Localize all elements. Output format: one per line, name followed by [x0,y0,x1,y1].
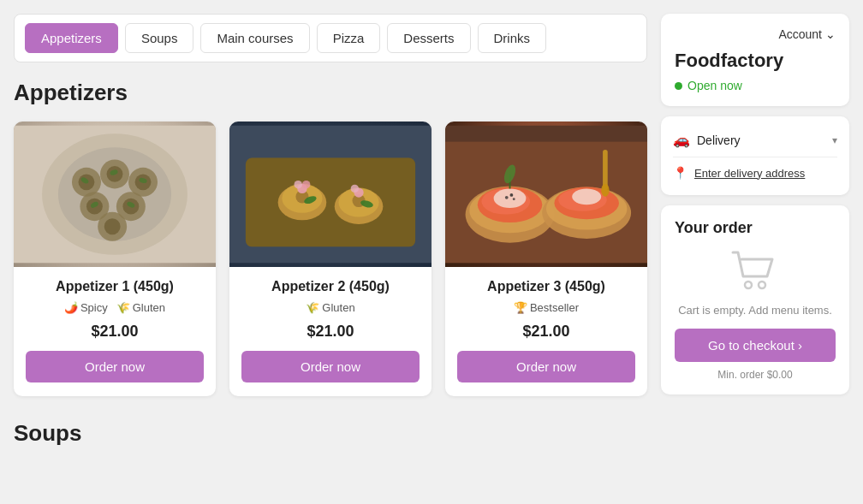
svg-point-54 [513,198,515,200]
tag-spicy: 🌶️ Spicy [64,301,108,314]
min-order-text: Min. order $0.00 [675,369,836,381]
checkout-button[interactable]: Go to checkout › [675,329,836,362]
appetizer-3-body: Appetizer 3 (450g) 🏆 Bestseller $21.00 O… [445,267,647,396]
svg-point-53 [505,196,509,199]
your-order-title: Your order [675,219,836,237]
appetizer-3-order-button[interactable]: Order now [457,351,635,382]
svg-point-27 [295,181,302,188]
cart-icon [729,249,781,294]
account-chevron-icon: ⌄ [825,27,836,41]
tab-appetizers[interactable]: Appetizers [25,23,118,53]
tag-gluten: 🌾 Gluten [116,301,165,314]
svg-point-51 [601,184,609,197]
restaurant-info-card: Account ⌄ Foodfactory Open now [661,14,849,106]
open-status-label: Open now [687,79,742,92]
category-nav: Appetizers Soups Main courses Pizza Dess… [14,14,647,62]
gluten-icon-2: 🌾 [306,301,319,314]
appetizer-1-name: Appetizer 1 (450g) [26,279,204,294]
tag-bestseller-label: Bestseller [530,301,579,314]
tab-drinks[interactable]: Drinks [478,23,547,53]
account-label: Account [778,27,822,41]
tag-spicy-label: Spicy [80,301,108,314]
svg-point-14 [104,218,121,234]
restaurant-name: Foodfactory [675,50,836,72]
cart-empty-text: Cart is empty. Add menu items. [675,304,836,317]
sidebar: Account ⌄ Foodfactory Open now 🚗 Deliver… [661,14,849,447]
svg-point-28 [302,181,310,188]
address-row: 📍 Enter delivery address [673,161,837,185]
tab-main-courses[interactable]: Main courses [200,23,309,53]
tag-gluten-2: 🌾 Gluten [306,301,354,314]
delivery-card: 🚗 Delivery ▾ 📍 Enter delivery address [661,116,849,195]
open-status-dot [675,82,682,90]
appetizer-2-body: Appetizer 2 (450g) 🌾 Gluten $21.00 Order… [229,267,432,396]
appetizer-3-name: Appetizer 3 (450g) [457,279,635,294]
appetizer-card-1: Appetizer 1 (450g) 🌶️ Spicy 🌾 Gluten $21… [14,122,216,396]
delivery-label: Delivery [697,133,825,147]
dropdown-chevron-icon: ▾ [832,134,837,146]
svg-point-56 [759,282,765,288]
appetizer-1-image [14,122,216,267]
svg-rect-22 [246,158,415,247]
tag-gluten-2-label: Gluten [322,301,354,314]
account-menu[interactable]: Account ⌄ [675,27,836,41]
appetizer-card-2: Appetizer 2 (450g) 🌾 Gluten $21.00 Order… [229,122,432,396]
svg-point-49 [572,188,601,205]
appetizer-2-name: Appetizer 2 (450g) [241,279,420,294]
svg-point-33 [351,185,359,193]
tag-gluten-label: Gluten [133,301,165,314]
appetizer-1-order-button[interactable]: Order now [26,351,204,382]
svg-point-42 [494,188,527,208]
spicy-icon: 🌶️ [64,301,78,314]
appetizer-2-price: $21.00 [241,323,420,341]
main-content: Appetizers Soups Main courses Pizza Dess… [14,14,647,447]
tab-desserts[interactable]: Desserts [387,23,470,53]
appetizer-3-image [445,122,647,267]
tab-pizza[interactable]: Pizza [317,23,381,53]
delivery-selector[interactable]: 🚗 Delivery ▾ [673,127,837,153]
open-status: Open now [675,79,836,92]
cart-icon-wrapper [675,249,836,294]
appetizer-3-price: $21.00 [457,323,635,341]
tag-bestseller: 🏆 Bestseller [514,301,579,314]
appetizer-1-body: Appetizer 1 (450g) 🌶️ Spicy 🌾 Gluten $21… [14,267,216,396]
appetizer-3-tags: 🏆 Bestseller [457,301,635,314]
soups-section-title: Soups [14,420,647,447]
delivery-address-button[interactable]: Enter delivery address [694,167,805,180]
gluten-icon: 🌾 [116,301,130,314]
appetizers-section-title: Appetizers [14,80,647,106]
pin-icon: 📍 [673,166,687,180]
appetizer-1-price: $21.00 [26,323,204,341]
divider [673,157,837,157]
appetizer-1-tags: 🌶️ Spicy 🌾 Gluten [26,301,204,314]
appetizer-2-tags: 🌾 Gluten [241,301,420,314]
svg-point-52 [510,193,514,197]
appetizer-card-3: Appetizer 3 (450g) 🏆 Bestseller $21.00 O… [445,122,647,396]
appetizer-2-order-button[interactable]: Order now [241,351,420,382]
tab-soups[interactable]: Soups [125,23,194,53]
your-order-card: Your order Cart is empty. Add menu items… [661,205,849,394]
bestseller-icon: 🏆 [514,301,527,314]
car-icon: 🚗 [673,132,690,148]
appetizers-grid: Appetizer 1 (450g) 🌶️ Spicy 🌾 Gluten $21… [14,122,647,396]
svg-point-55 [745,282,752,288]
appetizer-2-image [229,122,432,267]
